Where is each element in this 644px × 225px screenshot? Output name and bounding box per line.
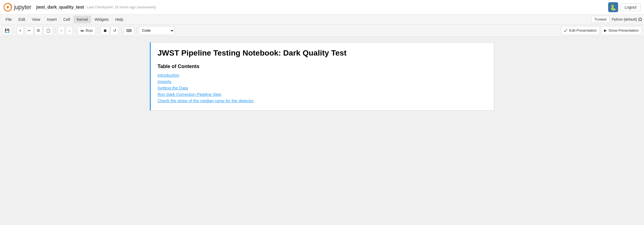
- svg-text:🐍: 🐍: [610, 4, 617, 11]
- restart-button[interactable]: ↺: [111, 26, 119, 35]
- header: jupyter jwst_dark_quality_test Last Chec…: [0, 0, 644, 14]
- notebook-heading: JWST Pipeline Testing Notebook: Dark Qua…: [158, 48, 487, 58]
- svg-point-1: [7, 6, 9, 8]
- toc-link-introduction[interactable]: Introduction: [158, 73, 179, 78]
- toc-item-introduction: Introduction: [158, 73, 487, 78]
- cell-type-select[interactable]: Code Markdown Raw NBConvert Heading: [139, 26, 174, 35]
- jupyter-icon: [3, 3, 12, 12]
- menu-kernel[interactable]: Kernel: [73, 16, 91, 23]
- paste-icon: 📋: [46, 28, 51, 33]
- toolbar-separator-3: [75, 27, 75, 34]
- menu-widgets[interactable]: Widgets: [91, 16, 112, 23]
- edit-presentation-label: Edit Presentation: [569, 28, 597, 32]
- main-content: JWST Pipeline Testing Notebook: Dark Qua…: [0, 37, 644, 225]
- toc-item-check-slope: Check the slope of the median ramp for t…: [158, 98, 487, 103]
- menu-insert[interactable]: Insert: [44, 16, 60, 23]
- notebook-cell: JWST Pipeline Testing Notebook: Dark Qua…: [150, 42, 494, 111]
- save-button[interactable]: 💾: [2, 26, 12, 35]
- toc-link-run-dark[interactable]: Run Dark Correction Pipeline Step: [158, 92, 221, 97]
- toolbar-separator-4: [98, 27, 98, 34]
- move-down-icon: ↓: [68, 28, 70, 33]
- add-icon: +: [19, 28, 21, 33]
- toolbar-separator-2: [55, 27, 56, 34]
- kernel-info: Python [default]: [612, 17, 642, 21]
- show-presentation-icon: ▶: [604, 28, 607, 32]
- toc-item-run-dark: Run Dark Correction Pipeline Step: [158, 92, 487, 97]
- python-icon: 🐍: [608, 2, 618, 12]
- toolbar-separator-1: [14, 27, 14, 34]
- menu-view[interactable]: View: [29, 16, 44, 23]
- trusted-badge[interactable]: Trusted: [591, 16, 610, 23]
- stop-icon: ⏹: [103, 28, 107, 33]
- run-icon: ⏭: [81, 28, 84, 33]
- logout-button[interactable]: Logout: [620, 3, 641, 11]
- toc-link-imports[interactable]: Imports: [158, 79, 171, 84]
- toc-link-check-slope[interactable]: Check the slope of the median ramp for t…: [158, 98, 254, 103]
- menu-cell[interactable]: Cell: [60, 16, 73, 23]
- menu-help[interactable]: Help: [112, 16, 127, 23]
- jupyter-logo: jupyter: [3, 3, 31, 12]
- edit-presentation-button[interactable]: 🖊 Edit Presentation: [561, 26, 600, 35]
- run-label: Run: [86, 28, 93, 33]
- show-presentation-button[interactable]: ▶ Show Presentation: [601, 26, 642, 35]
- cut-cell-button[interactable]: ✂: [25, 26, 33, 35]
- move-down-button[interactable]: ↓: [66, 26, 73, 35]
- menu-file[interactable]: File: [2, 16, 15, 23]
- toolbar: 💾 + ✂ ⧉ 📋 ↑ ↓ ⏭ Run ⏹ ↺ ⌨ Code Markdown …: [0, 24, 644, 37]
- toc-link-getting-data[interactable]: Getting the Data: [158, 86, 188, 90]
- move-up-icon: ↑: [60, 28, 62, 33]
- interrupt-button[interactable]: ⏹: [101, 26, 109, 35]
- keyboard-shortcut-button[interactable]: ⌨: [124, 26, 134, 35]
- keyboard-icon: ⌨: [126, 28, 132, 33]
- copy-icon: ⧉: [37, 28, 40, 33]
- run-button[interactable]: ⏭ Run: [78, 26, 96, 35]
- move-up-button[interactable]: ↑: [58, 26, 65, 35]
- toc-item-getting-data: Getting the Data: [158, 86, 487, 90]
- edit-presentation-icon: 🖊: [564, 28, 568, 32]
- menubar: File Edit View Insert Cell Kernel Widget…: [0, 14, 644, 24]
- toc-item-imports: Imports: [158, 79, 487, 84]
- toolbar-separator-6: [136, 27, 137, 34]
- toolbar-separator-5: [121, 27, 121, 34]
- toc-list: Introduction Imports Getting the Data Ru…: [158, 73, 487, 103]
- cut-icon: ✂: [28, 28, 31, 33]
- checkpoint-info: Last Checkpoint: 16 hours ago (autosaved…: [87, 5, 156, 9]
- restart-icon: ↺: [113, 28, 116, 33]
- show-presentation-label: Show Presentation: [608, 28, 639, 32]
- notebook-title[interactable]: jwst_dark_quality_test: [36, 5, 84, 10]
- kernel-name: Python [default]: [612, 17, 637, 21]
- add-cell-button[interactable]: +: [17, 26, 24, 35]
- menu-edit[interactable]: Edit: [15, 16, 29, 23]
- kernel-status-circle: [638, 18, 642, 21]
- save-icon: 💾: [5, 28, 9, 33]
- paste-cell-button[interactable]: 📋: [43, 26, 53, 35]
- copy-cell-button[interactable]: ⧉: [34, 26, 42, 35]
- jupyter-logo-text: jupyter: [14, 4, 31, 11]
- toc-heading: Table of Contents: [158, 64, 487, 69]
